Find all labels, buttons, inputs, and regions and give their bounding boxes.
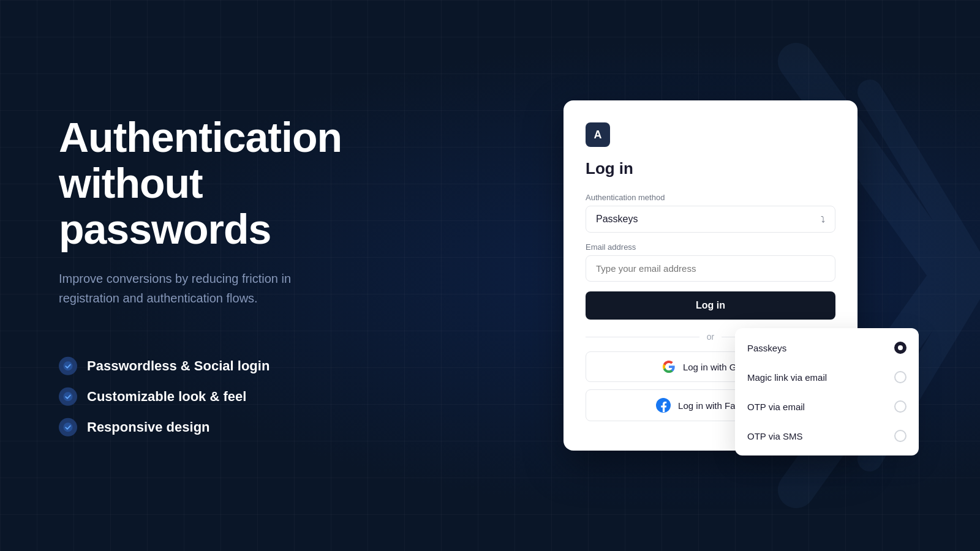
radio-otp-email	[894, 400, 907, 413]
main-heading: Authentication without passwords	[59, 114, 414, 252]
dropdown-item-passkeys[interactable]: Passkeys	[735, 333, 919, 362]
auth-method-select[interactable]: Passkeys ⤵	[586, 206, 835, 233]
radio-magic-link	[894, 371, 907, 383]
chevron-down-icon: ⤵	[821, 214, 825, 224]
svg-point-1	[64, 392, 73, 402]
auth-method-field: Authentication method Passkeys ⤵	[586, 193, 835, 233]
divider-text: or	[707, 332, 714, 342]
feature-item-3: Responsive design	[59, 418, 414, 437]
dropdown-label-otp-sms: OTP via SMS	[747, 431, 803, 441]
check-icon-1	[59, 357, 77, 375]
email-label: Email address	[586, 242, 835, 252]
email-field-group: Email address	[586, 242, 835, 282]
auth-method-label: Authentication method	[586, 193, 835, 202]
check-icon-3	[59, 418, 77, 437]
app-icon-letter: A	[594, 129, 602, 141]
feature-text-3: Responsive design	[87, 419, 210, 435]
svg-point-2	[64, 423, 73, 432]
login-card: A Log in Authentication method Passkeys …	[564, 100, 858, 451]
auth-method-value: Passkeys	[596, 214, 821, 225]
dropdown-item-otp-email[interactable]: OTP via email	[735, 392, 919, 421]
feature-item-2: Customizable look & feel	[59, 388, 414, 406]
feature-item-1: Passwordless & Social login	[59, 357, 414, 375]
dropdown-label-magic-link: Magic link via email	[747, 372, 827, 383]
dropdown-label-otp-email: OTP via email	[747, 402, 805, 412]
email-input[interactable]	[586, 255, 835, 282]
left-panel: Authentication without passwords Improve…	[59, 114, 414, 437]
divider-line-left	[586, 337, 699, 337]
login-title: Log in	[586, 159, 835, 178]
feature-list: Passwordless & Social login Customizable…	[59, 357, 414, 437]
facebook-icon	[656, 398, 671, 413]
radio-passkeys	[894, 342, 907, 354]
dropdown-menu: Passkeys Magic link via email OTP via em…	[735, 328, 919, 455]
right-panel: A Log in Authentication method Passkeys …	[564, 100, 858, 451]
login-button[interactable]: Log in	[586, 291, 835, 320]
google-icon	[662, 360, 676, 373]
radio-otp-sms	[894, 430, 907, 442]
svg-point-0	[64, 362, 73, 371]
sub-heading: Improve conversions by reducing friction…	[59, 269, 353, 308]
check-icon-2	[59, 388, 77, 406]
feature-text-2: Customizable look & feel	[87, 389, 246, 405]
dropdown-item-magic-link[interactable]: Magic link via email	[735, 362, 919, 392]
dropdown-label-passkeys: Passkeys	[747, 343, 786, 353]
dropdown-item-otp-sms[interactable]: OTP via SMS	[735, 421, 919, 451]
feature-text-1: Passwordless & Social login	[87, 358, 270, 374]
app-icon: A	[586, 122, 610, 147]
